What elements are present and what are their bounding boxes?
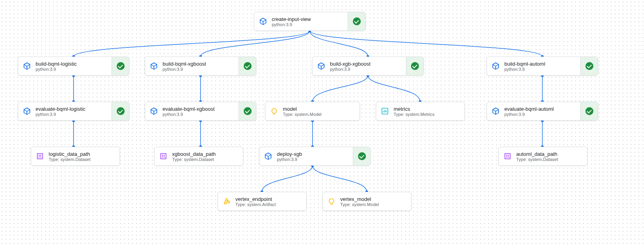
node-evaluate-bqml-automl[interactable]: evaluate-bqml-automl python:3.9	[487, 102, 598, 121]
node-logistic-data-path[interactable]: logistic_data_path Type: system.Dataset	[31, 147, 120, 166]
node-subtitle: Type: system.Model	[283, 112, 356, 117]
status-success	[580, 102, 598, 120]
node-metrics[interactable]: metrics Type: system.Metrics	[376, 102, 465, 121]
status-success	[112, 102, 129, 120]
node-subtitle: python:3.9	[504, 112, 577, 117]
check-icon	[244, 62, 252, 70]
node-model[interactable]: model Type: system.Model	[265, 102, 360, 121]
check-icon	[411, 62, 419, 70]
check-icon	[244, 107, 252, 115]
status-success	[348, 12, 365, 30]
node-evaluate-bqml-logistic[interactable]: evaluate-bqml-logistic python:3.9	[18, 102, 129, 121]
node-title: metrics	[394, 106, 461, 112]
node-title: build-bqml-logistic	[36, 61, 108, 67]
node-title: create-input-view	[272, 16, 345, 22]
svg-rect-32	[162, 155, 163, 156]
node-title: build-bqml-automl	[504, 61, 577, 67]
artifact-icon	[218, 197, 235, 205]
node-vertex-model[interactable]: vertex_model Type: system.Model	[322, 192, 411, 211]
svg-rect-38	[508, 155, 509, 156]
node-subtitle: Type: system.Dataset	[516, 157, 584, 162]
container-icon	[254, 17, 272, 26]
container-icon	[145, 62, 163, 70]
svg-rect-37	[506, 155, 508, 156]
check-icon	[117, 107, 125, 115]
node-subtitle: Type: system.Dataset	[49, 157, 116, 162]
status-success	[580, 57, 598, 75]
node-title: model	[283, 106, 356, 112]
pipeline-edges	[0, 0, 644, 244]
node-build-bqml-logistic[interactable]: build-bqml-logistic python:3.9	[18, 57, 129, 76]
check-icon	[585, 107, 593, 115]
container-icon	[18, 62, 36, 70]
node-title: vertex_model	[340, 196, 408, 202]
dataset-icon	[499, 152, 516, 160]
model-icon	[323, 197, 340, 205]
svg-rect-40	[508, 157, 509, 158]
node-title: build-bqml-xgboost	[163, 61, 235, 67]
container-icon	[487, 62, 504, 70]
dataset-icon	[155, 152, 172, 160]
node-subtitle: Type: system.Dataset	[172, 157, 240, 162]
node-title: automl_data_path	[516, 151, 584, 157]
container-icon	[145, 107, 163, 115]
status-success	[112, 57, 129, 75]
container-icon	[487, 107, 504, 115]
node-subtitle: python:3.9	[163, 67, 235, 72]
node-subtitle: python:3.9	[504, 67, 577, 72]
node-title: deploy-xgb	[277, 151, 350, 157]
node-create-input-view[interactable]: create-input-view python:3.9	[254, 12, 366, 31]
node-title: evaluate-bqml-logistic	[36, 106, 108, 112]
container-icon	[18, 107, 36, 115]
node-subtitle: python:3.9	[36, 112, 108, 117]
node-build-bqml-automl[interactable]: build-bqml-automl python:3.9	[487, 57, 598, 76]
svg-rect-27	[39, 155, 40, 156]
node-build-xgb-xgboost[interactable]: build-xgb-xgboost python:3.9	[312, 57, 424, 76]
check-icon	[358, 152, 366, 160]
container-icon	[259, 152, 277, 161]
node-subtitle: Type: system.Artifact	[235, 202, 303, 207]
node-title: logistic_data_path	[49, 151, 116, 157]
node-automl-data-path[interactable]: automl_data_path Type: system.Dataset	[498, 147, 587, 166]
node-deploy-xgb[interactable]: deploy-xgb python:3.9	[259, 147, 371, 166]
node-title: xgboost_data_path	[172, 151, 240, 157]
node-subtitle: python:3.9	[272, 22, 345, 27]
node-title: evaluate-bqml-xgboost	[163, 106, 235, 112]
node-subtitle: Type: system.Model	[340, 202, 408, 207]
check-icon	[585, 62, 593, 70]
status-success	[406, 57, 423, 75]
node-title: build-xgb-xgboost	[330, 61, 403, 67]
check-icon	[117, 62, 125, 70]
container-icon	[313, 62, 330, 70]
model-icon	[265, 107, 283, 115]
node-evaluate-bqml-xgboost[interactable]: evaluate-bqml-xgboost python:3.9	[145, 102, 256, 121]
node-subtitle: python:3.9	[36, 67, 108, 72]
node-title: evaluate-bqml-automl	[504, 106, 577, 112]
node-build-bqml-xgboost[interactable]: build-bqml-xgboost python:3.9	[145, 57, 256, 76]
svg-rect-36	[505, 153, 510, 159]
check-icon	[353, 17, 361, 25]
svg-rect-29	[39, 157, 40, 158]
metrics-icon	[376, 107, 394, 115]
svg-rect-33	[164, 155, 165, 156]
svg-rect-39	[506, 157, 508, 158]
svg-rect-34	[162, 157, 163, 158]
svg-rect-26	[37, 153, 42, 159]
status-success	[239, 102, 256, 120]
status-success	[239, 57, 256, 75]
node-xgboost-data-path[interactable]: xgboost_data_path Type: system.Dataset	[154, 147, 243, 166]
node-subtitle: Type: system.Metrics	[394, 112, 461, 117]
node-subtitle: python:3.9	[330, 67, 403, 72]
svg-rect-35	[164, 157, 165, 158]
svg-rect-31	[161, 153, 166, 159]
node-subtitle: python:3.9	[277, 157, 350, 162]
node-title: vertex_endpoint	[235, 196, 303, 202]
node-vertex-endpoint[interactable]: vertex_endpoint Type: system.Artifact	[218, 192, 307, 211]
dataset-icon	[31, 152, 49, 160]
status-success	[353, 147, 370, 165]
svg-rect-30	[40, 157, 42, 158]
svg-rect-28	[40, 155, 42, 156]
node-subtitle: python:3.9	[163, 112, 235, 117]
